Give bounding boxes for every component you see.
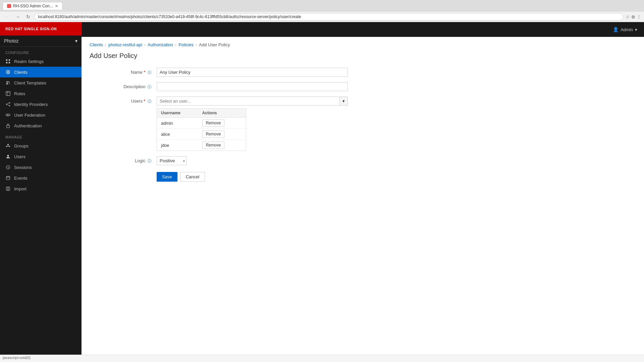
name-field-group: Name * ⓘ [90,68,636,77]
svg-rect-8 [6,92,10,96]
description-info-icon[interactable]: ⓘ [148,85,151,89]
logic-label: Logic ⓘ [90,156,157,164]
description-input[interactable] [157,82,348,91]
users-required-marker: * [144,99,145,104]
breadcrumb-authorization[interactable]: Authorization [148,42,173,47]
username-cell: jdoe [157,141,198,149]
svg-rect-30 [7,187,10,191]
forward-button[interactable]: → [13,13,22,20]
svg-rect-1 [9,59,10,61]
sidebar: RED HAT SINGLE SIGN-ON Photoz ▾ Configur… [0,22,82,355]
realm-selector[interactable]: Photoz ▾ [0,36,82,47]
link-icon [5,112,11,118]
cancel-button[interactable]: Cancel [180,172,205,182]
menu-button[interactable]: ⋮ [637,14,641,19]
sidebar-item-clients[interactable]: Clients [0,67,82,77]
sidebar-item-label: User Federation [14,113,45,118]
name-input[interactable] [157,68,348,77]
app-header: RED HAT SINGLE SIGN-ON [0,22,82,36]
topbar: 👤 Admin ▾ [82,22,644,37]
actions-cell: Remove [198,118,246,128]
app-logo: RED HAT SINGLE SIGN-ON [5,27,57,31]
save-button[interactable]: Save [157,172,177,182]
sidebar-item-label: Users [14,154,25,159]
svg-rect-3 [9,62,10,63]
sidebar-item-label: Client Templates [14,80,46,85]
breadcrumb-current: Add User Policy [199,42,230,47]
bookmark-button[interactable]: ☆ [626,14,630,19]
add-user-policy-form: Name * ⓘ Description ⓘ [90,68,636,182]
sidebar-item-label: Groups [14,143,29,148]
name-label: Name * ⓘ [90,68,157,75]
lock-icon [5,123,11,128]
logic-info-icon[interactable]: ⓘ [148,159,151,163]
table-icon [5,91,11,96]
actions-cell: Remove [198,140,246,150]
table-row: alice Remove [157,129,246,140]
name-required-marker: * [144,70,145,75]
browser-chrome: RH-SSO Admin Con... ✕ ← → ↻ ☆ ⊕ ⋮ [0,0,644,22]
breadcrumb: Clients › photoz-restful-api › Authoriza… [90,42,636,47]
actions-cell: Remove [198,129,246,139]
user-select-wrapper[interactable]: ▾ [157,97,348,106]
breadcrumb-photoz[interactable]: photoz-restful-api [108,42,142,47]
sidebar-manage-section: Manage Groups Users Sessions [0,131,82,194]
browser-titlebar: RH-SSO Admin Con... ✕ [0,0,644,12]
col-username: Username [157,109,198,117]
circle-icon [5,69,11,75]
svg-point-19 [9,146,10,147]
sidebar-item-groups[interactable]: Groups [0,140,82,151]
sidebar-item-import[interactable]: Import [0,183,82,194]
sidebar-item-user-federation[interactable]: User Federation [0,110,82,120]
sidebar-item-label: Sessions [14,165,32,170]
breadcrumb-sep-3: › [175,42,176,47]
address-bar[interactable] [34,13,624,20]
sidebar-item-client-templates[interactable]: Client Templates [0,77,82,88]
statusbar: javascript:void(0) [0,355,644,362]
sidebar-item-authentication[interactable]: Authentication [0,120,82,131]
clock-icon [5,165,11,170]
breadcrumb-clients[interactable]: Clients [90,42,103,47]
svg-point-11 [9,102,10,104]
user-select-dropdown-button[interactable]: ▾ [339,97,347,105]
sidebar-item-events[interactable]: Events [0,173,82,183]
name-info-icon[interactable]: ⓘ [148,70,151,74]
logic-select[interactable]: PositiveNegative [157,156,187,165]
sidebar-item-sessions[interactable]: Sessions [0,162,82,173]
sidebar-item-roles[interactable]: Roles [0,88,82,99]
extensions-button[interactable]: ⊕ [631,14,635,19]
browser-action-buttons: ☆ ⊕ ⋮ [626,14,641,19]
table-row: jdoe Remove [157,140,246,150]
remove-admin-button[interactable]: Remove [202,119,225,127]
svg-point-17 [7,144,9,145]
breadcrumb-policies[interactable]: Policies [178,42,194,47]
users-info-icon[interactable]: ⓘ [148,99,151,103]
description-field-group: Description ⓘ [90,82,636,91]
user-select-input[interactable] [157,97,339,105]
tab-close-icon[interactable]: ✕ [55,4,58,8]
reload-button[interactable]: ↻ [24,13,32,20]
user-menu[interactable]: 👤 Admin ▾ [613,27,637,32]
sidebar-item-label: Import [14,186,26,191]
grid-icon [5,59,11,64]
tab-title: RH-SSO Admin Con... [13,4,53,8]
back-button[interactable]: ← [3,13,11,20]
sidebar-item-realm-settings[interactable]: Realm Settings [0,56,82,67]
sidebar-item-identity-providers[interactable]: Identity Providers [0,99,82,110]
svg-rect-25 [6,177,10,180]
main-content: 👤 Admin ▾ Clients › photoz-restful-api ›… [82,22,644,355]
remove-alice-button[interactable]: Remove [202,130,225,138]
username-cell: admin [157,119,198,127]
sidebar-item-users[interactable]: Users [0,151,82,162]
svg-line-21 [7,146,8,146]
realm-chevron-icon: ▾ [75,38,77,44]
sidebar-item-label: Authentication [14,123,42,128]
browser-addressbar: ← → ↻ ☆ ⊕ ⋮ [0,12,644,22]
browser-tab[interactable]: RH-SSO Admin Con... ✕ [3,2,62,10]
realm-name: Photoz [4,38,19,44]
username-cell: alice [157,130,198,138]
svg-point-23 [7,155,9,157]
remove-jdoe-button[interactable]: Remove [202,141,225,149]
svg-line-15 [7,105,9,106]
users-field-group: Users * ⓘ ▾ Username Acti [90,97,636,151]
